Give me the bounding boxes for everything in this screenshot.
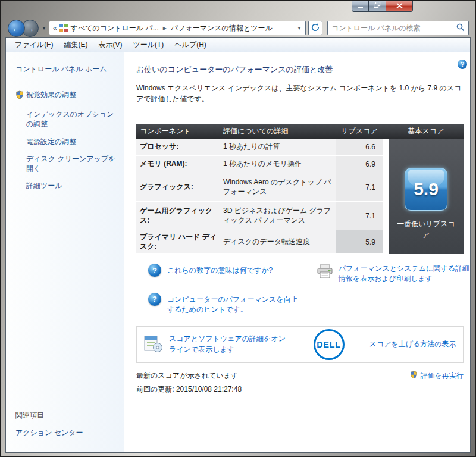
performance-tips-link[interactable]: コンピューターのパフォーマンスを向上するためのヒントです。	[167, 295, 299, 315]
component-name: グラフィックス:	[136, 181, 220, 193]
breadcrumb-root[interactable]: すべてのコントロール パ...	[71, 23, 159, 33]
sidebar-item-label: 視覚効果の調整	[26, 90, 118, 102]
page-title: お使いのコンピューターのパフォーマンスの評価と改善	[136, 64, 470, 75]
breadcrumb[interactable]: « すべてのコントロール パ... ▶ パフォーマンスの情報とツール ▼	[49, 21, 306, 35]
table-row: プロセッサ: 1 秒あたりの計算 6.6	[136, 139, 383, 156]
sidebar-item-label: 詳細ツール	[26, 181, 118, 190]
uac-shield-icon	[15, 90, 26, 102]
navigation-bar: ← → ▼ « すべてのコントロール パ... ▶ パフォーマンスの情報とツール…	[5, 18, 471, 37]
main-pane: ? お使いのコンピューターのパフォーマンスの評価と改善 Windows エクスペ…	[124, 52, 470, 452]
component-detail: Windows Aero のデスクトップ パフォーマンス	[220, 177, 336, 198]
header-base-score: 基本スコア	[389, 126, 464, 136]
component-name: ゲーム用グラフィックス:	[136, 205, 220, 226]
question-icon: ?	[148, 264, 161, 277]
breadcrumb-overflow-icon[interactable]: «	[53, 24, 57, 32]
component-detail: 1 秒あたりのメモリ操作	[220, 158, 336, 170]
related-items-header: 関連項目	[15, 405, 115, 421]
caption-buttons	[352, 1, 413, 12]
close-button[interactable]	[386, 1, 413, 12]
menu-file[interactable]: ファイル(F)	[10, 40, 58, 50]
restore-icon	[374, 2, 381, 10]
table-row: メモリ (RAM): 1 秒あたりのメモリ操作 6.9	[136, 156, 383, 173]
close-icon	[396, 2, 403, 10]
menu-bar: ファイル(F) 編集(E) 表示(V) ツール(T) ヘルプ(H)	[6, 38, 470, 52]
subscore-value: 6.6	[336, 139, 383, 155]
help-icon[interactable]: ?	[458, 60, 467, 69]
sidebar-item-open-disk-cleanup[interactable]: ディスク クリーンアップを開く	[15, 154, 118, 173]
sidebar-item-control-panel-home[interactable]: コントロール パネル ホーム	[15, 64, 118, 74]
component-detail: 1 秒あたりの計算	[220, 141, 336, 153]
search-icon[interactable]	[456, 23, 465, 33]
breadcrumb-dropdown-icon[interactable]: ▼	[292, 26, 302, 31]
status-row: 最新のスコアが示されています 評価を再実行	[136, 371, 464, 381]
sidebar-item-label: 電源設定の調整	[26, 137, 118, 146]
header-subscore: サブスコア	[336, 126, 383, 136]
table-rows: プロセッサ: 1 秒あたりの計算 6.6 メモリ (RAM): 1 秒あたりのメ…	[136, 139, 383, 254]
sidebar-item-adjust-visual-effects[interactable]: 視覚効果の調整	[15, 90, 118, 102]
breadcrumb-separator-icon[interactable]: ▶	[163, 26, 167, 31]
base-score-caption: 一番低いサブスコア	[396, 218, 456, 240]
partner-box: スコアとソフトウェアの詳細をオンラインで表示します DELL スコアを上げる方法…	[136, 326, 464, 363]
sidebar-item-advanced-tools[interactable]: 詳細ツール	[15, 181, 118, 190]
sidebar-item-adjust-indexing-options[interactable]: インデックスのオプションの調整	[15, 109, 118, 129]
refresh-button[interactable]	[308, 21, 322, 35]
link-print-details[interactable]: パフォーマンスとシステムに関する詳細情報を表示および印刷します	[316, 264, 470, 284]
back-button[interactable]: ←	[8, 20, 25, 37]
header-detail: 評価についての詳細	[220, 126, 336, 136]
improve-score-link[interactable]: スコアを上げる方法の表示	[369, 339, 463, 349]
header-component: コンポーネント	[136, 126, 220, 136]
subscore-value-lowest: 5.9	[336, 230, 383, 253]
rerun-assessment[interactable]: 評価を再実行	[410, 371, 464, 381]
menu-tools[interactable]: ツール(T)	[127, 40, 169, 50]
menu-help[interactable]: ヘルプ(H)	[169, 40, 212, 50]
what-numbers-mean-link[interactable]: これらの数字の意味は何ですか?	[167, 265, 273, 276]
link-performance-tips[interactable]: ? コンピューターのパフォーマンスを向上するためのヒントです。	[148, 293, 316, 315]
print-details-link[interactable]: パフォーマンスとシステムに関する詳細情報を表示および印刷します	[339, 264, 470, 284]
forward-arrow-icon: →	[26, 23, 35, 33]
search-box	[327, 21, 469, 35]
explorer-window: ← → ▼ « すべてのコントロール パ... ▶ パフォーマンスの情報とツール…	[0, 0, 476, 457]
menu-edit[interactable]: 編集(E)	[58, 40, 93, 50]
breadcrumb-current[interactable]: パフォーマンスの情報とツール	[171, 23, 273, 33]
menu-view[interactable]: 表示(V)	[93, 40, 127, 50]
base-score-badge: 5.9	[405, 168, 447, 211]
sidebar-item-action-center[interactable]: アクション センター	[15, 428, 115, 438]
page-description: Windows エクスペリエンス インデックスは、主要なシステム コンポーネント…	[136, 83, 465, 104]
latest-score-text: 最新のスコアが示されています	[136, 371, 238, 381]
component-detail: 3D ビジネスおよびゲーム グラフィックス パフォーマンス	[220, 205, 336, 226]
table-row: グラフィックス: Windows Aero のデスクトップ パフォーマンス 7.…	[136, 173, 383, 202]
subscore-value: 7.1	[336, 173, 383, 201]
back-arrow-icon: ←	[12, 23, 21, 33]
sidebar-item-label: ディスク クリーンアップを開く	[26, 154, 118, 173]
component-name: プロセッサ:	[136, 141, 220, 153]
table-row: ゲーム用グラフィックス: 3D ビジネスおよびゲーム グラフィックス パフォーマ…	[136, 202, 383, 230]
rerun-assessment-link[interactable]: 評価を再実行	[421, 371, 464, 381]
sidebar-item-adjust-power-settings[interactable]: 電源設定の調整	[15, 137, 118, 146]
online-score-details-link[interactable]: スコアとソフトウェアの詳細をオンラインで表示します	[169, 334, 291, 355]
question-icon: ?	[148, 293, 161, 306]
links-row-2: ? コンピューターのパフォーマンスを向上するためのヒントです。	[136, 293, 470, 315]
subscore-value: 6.9	[336, 156, 383, 173]
window-client-area: ファイル(F) 編集(E) 表示(V) ツール(T) ヘルプ(H) コントロール…	[5, 37, 471, 453]
history-dropdown[interactable]: ▼	[42, 26, 46, 31]
component-name: メモリ (RAM):	[136, 158, 220, 170]
component-name: プライマリ ハード ディスク:	[136, 231, 220, 252]
component-detail: ディスクのデータ転送速度	[220, 236, 336, 248]
dell-logo: DELL	[314, 329, 345, 360]
title-bar	[5, 1, 471, 18]
restore-button[interactable]	[369, 1, 386, 12]
sidebar-item-label: インデックスのオプションの調整	[26, 109, 118, 129]
table-header-row: コンポーネント 評価についての詳細 サブスコア 基本スコア	[136, 124, 464, 139]
table-row: プライマリ ハード ディスク: ディスクのデータ転送速度 5.9	[136, 230, 383, 254]
link-what-numbers-mean[interactable]: ? これらの数字の意味は何ですか?	[148, 264, 316, 284]
control-panel-icon	[60, 24, 68, 32]
sidebar: コントロール パネル ホーム 視覚効果の調整 インデックスのオプションの調整	[6, 52, 124, 452]
sidebar-related-section: 関連項目 アクション センター	[15, 405, 115, 438]
minimize-button[interactable]	[352, 1, 369, 12]
last-update-text: 前回の更新: 2015/10/08 21:27:48	[136, 384, 470, 395]
software-box-icon	[143, 333, 163, 355]
printer-icon	[316, 264, 334, 282]
links-row-1: ? これらの数字の意味は何ですか?	[136, 264, 470, 284]
search-input[interactable]	[331, 24, 456, 32]
subscore-value: 7.1	[336, 202, 383, 230]
